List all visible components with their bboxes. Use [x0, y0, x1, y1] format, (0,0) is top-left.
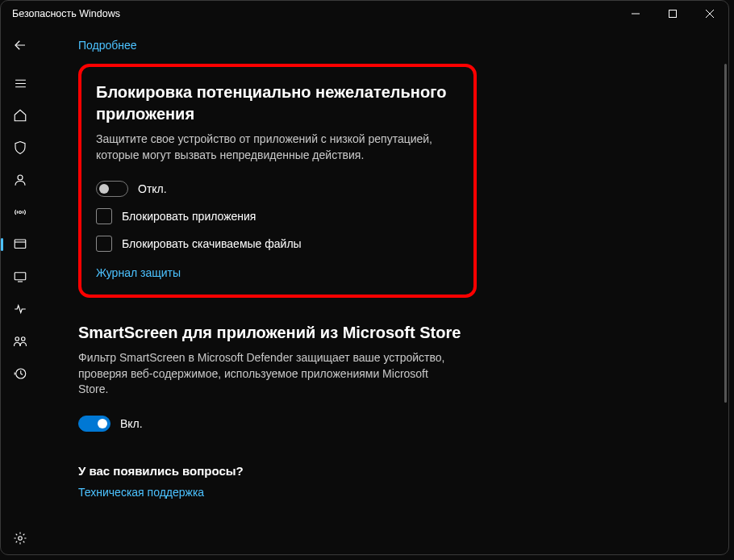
- close-button[interactable]: [691, 1, 728, 27]
- svg-point-8: [18, 175, 23, 180]
- nav-app-browser-control[interactable]: [1, 228, 40, 261]
- pua-title: Блокировка потенциально нежелательного п…: [96, 81, 457, 125]
- nav-account-protection[interactable]: [1, 164, 40, 196]
- block-apps-checkbox[interactable]: [96, 208, 112, 224]
- svg-point-9: [19, 211, 22, 214]
- maximize-button[interactable]: [654, 1, 691, 27]
- titlebar: Безопасность Windows: [1, 1, 728, 27]
- window-controls: [617, 1, 728, 27]
- scrollbar[interactable]: [724, 64, 727, 554]
- smartscreen-toggle[interactable]: [78, 416, 111, 432]
- more-info-link[interactable]: Подробнее: [78, 39, 137, 52]
- block-apps-label: Блокировать приложения: [122, 210, 256, 223]
- svg-rect-12: [15, 273, 26, 280]
- questions-section: У вас появились вопросы? Техническая под…: [78, 464, 477, 499]
- sidebar: [1, 64, 40, 554]
- smartscreen-title: SmartScreen для приложений из Microsoft …: [78, 322, 477, 344]
- smartscreen-description: Фильтр SmartScreen в Microsoft Defender …: [78, 350, 449, 398]
- nav-device-security[interactable]: [1, 261, 40, 293]
- top-row: Подробнее: [1, 27, 728, 64]
- svg-rect-1: [669, 10, 677, 18]
- svg-point-15: [22, 337, 26, 341]
- svg-point-17: [19, 537, 23, 541]
- block-downloads-checkbox[interactable]: [96, 236, 112, 252]
- svg-rect-10: [15, 240, 26, 249]
- nav-device-performance[interactable]: [1, 293, 40, 325]
- pua-toggle[interactable]: [96, 181, 128, 197]
- pua-toggle-label: Откл.: [138, 182, 167, 195]
- highlighted-section: Блокировка потенциально нежелательного п…: [78, 64, 477, 298]
- pua-description: Защитите свое устройство от приложений с…: [96, 132, 457, 163]
- window-frame: Безопасность Windows Подробнее: [0, 0, 729, 555]
- menu-button[interactable]: [1, 67, 40, 99]
- nav-home[interactable]: [1, 99, 40, 132]
- smartscreen-section: SmartScreen для приложений из Microsoft …: [78, 322, 477, 432]
- questions-title: У вас появились вопросы?: [78, 464, 477, 478]
- content-area: Блокировка потенциально нежелательного п…: [40, 64, 728, 554]
- nav-firewall[interactable]: [1, 196, 40, 228]
- tech-support-link[interactable]: Техническая поддержка: [78, 486, 204, 499]
- nav-protection-history[interactable]: [1, 357, 40, 390]
- minimize-button[interactable]: [617, 1, 654, 27]
- nav-settings[interactable]: [1, 522, 40, 554]
- nav-family-options[interactable]: [1, 325, 40, 357]
- back-button[interactable]: [1, 27, 40, 64]
- window-title: Безопасность Windows: [12, 8, 120, 19]
- protection-history-link[interactable]: Журнал защиты: [96, 266, 181, 279]
- smartscreen-toggle-label: Вкл.: [120, 417, 143, 430]
- block-downloads-label: Блокировать скачиваемые файлы: [122, 237, 302, 250]
- svg-point-14: [15, 337, 19, 341]
- scrollbar-thumb[interactable]: [724, 64, 727, 403]
- nav-virus-protection[interactable]: [1, 132, 40, 164]
